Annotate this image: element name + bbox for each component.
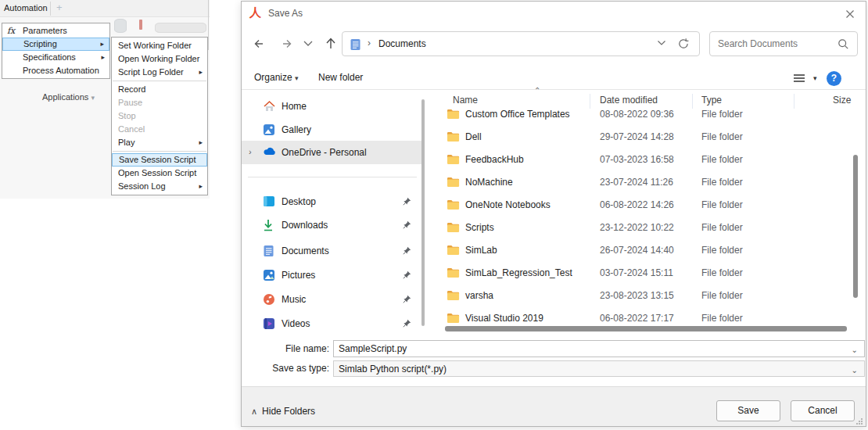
sidebar-item-home[interactable]: Home	[242, 95, 423, 118]
menu-item-open-session-script[interactable]: Open Session Script	[112, 167, 207, 180]
file-name-label: File name:	[242, 343, 329, 354]
menu-item-play[interactable]: Play ▸	[112, 136, 207, 149]
sidebar-item-desktop[interactable]: Desktop	[242, 190, 423, 213]
home-icon	[263, 100, 276, 113]
recent-locations-icon[interactable]	[303, 40, 318, 56]
refresh-icon[interactable]	[677, 38, 690, 50]
submenu-arrow-icon: ▸	[199, 66, 203, 79]
folder-icon	[447, 290, 460, 301]
add-tab-icon[interactable]: +	[56, 2, 63, 13]
submenu-arrow-icon: ▸	[199, 136, 203, 149]
view-mode-caret-icon[interactable]: ▾	[813, 74, 817, 82]
dialog-title: Save As	[268, 8, 303, 19]
menu-item-scripting[interactable]: Scripting ▸	[2, 38, 109, 51]
sidebar-item-pictures[interactable]: Pictures	[242, 263, 423, 287]
resize-grip[interactable]	[855, 417, 863, 425]
videos-icon	[263, 317, 275, 330]
folder-icon	[447, 245, 460, 256]
menu-item-session-log[interactable]: Session Log ▸	[112, 180, 207, 193]
tab-automation[interactable]: Automation	[4, 3, 48, 13]
save-as-dialog: 人 Save As › Documents	[241, 1, 866, 427]
menu-item-open-working-folder[interactable]: Open Working Folder	[112, 52, 207, 66]
sidebar-item-videos[interactable]: Videos	[242, 312, 423, 335]
menu-item-process-automation[interactable]: Process Automation	[2, 64, 109, 77]
downloads-icon	[263, 219, 274, 231]
dialog-toolbar: Organize ▾ New folder ▾ ?	[242, 67, 866, 90]
folder-icon	[447, 313, 460, 324]
chevron-up-icon: ∧	[251, 407, 257, 416]
menu-item-record[interactable]: Record	[112, 83, 207, 96]
chevron-down-icon[interactable]: ⌄	[852, 366, 858, 374]
address-bar[interactable]: › Documents	[342, 31, 700, 56]
pin-icon	[403, 220, 411, 229]
help-icon[interactable]: ?	[827, 71, 841, 86]
file-row[interactable]: Custom Office Templates08-08-2022 09:36F…	[429, 104, 855, 124]
documents-icon	[263, 245, 274, 257]
pin-icon	[403, 197, 411, 206]
folder-icon	[447, 154, 460, 165]
save-as-type-label: Save as type:	[242, 363, 329, 374]
ghost-red-marker-icon	[139, 20, 142, 30]
search-icon[interactable]	[838, 38, 849, 50]
new-folder-button[interactable]: New folder	[318, 72, 363, 83]
menu-item-cancel: Cancel	[112, 123, 207, 136]
forward-icon[interactable]	[278, 36, 293, 52]
breadcrumb[interactable]: Documents	[378, 38, 426, 49]
close-icon[interactable]	[844, 8, 856, 20]
scripting-submenu: Set Working Folder Open Working Folder S…	[111, 37, 208, 195]
menu-item-parameters[interactable]: fx Parameters	[2, 24, 109, 38]
tab-divider	[50, 2, 51, 16]
folder-icon	[447, 199, 460, 210]
sidebar-item-downloads[interactable]: Downloads	[242, 213, 423, 237]
search-input[interactable]	[718, 36, 831, 52]
sidebar-item-documents[interactable]: Documents	[242, 239, 423, 263]
file-row[interactable]: OneNote Notebooks06-08-2022 14:26File fo…	[429, 195, 855, 215]
sidebar-item-music[interactable]: Music	[242, 288, 423, 311]
address-dropdown-icon[interactable]	[657, 40, 666, 46]
up-icon[interactable]	[323, 36, 339, 52]
folder-icon	[447, 267, 460, 278]
pin-icon	[403, 271, 411, 279]
pin-icon	[403, 295, 411, 303]
hide-folders-button[interactable]: ∧Hide Folders	[251, 406, 315, 417]
vertical-scrollbar[interactable]	[853, 155, 858, 298]
folder-icon	[447, 222, 460, 233]
pictures-icon	[263, 269, 275, 281]
pin-icon	[403, 246, 411, 255]
menu-separator	[113, 151, 206, 152]
sidebar-scrollbar[interactable]	[421, 99, 425, 326]
submenu-arrow-icon: ▸	[100, 38, 104, 50]
chevron-down-icon[interactable]: ⌄	[852, 346, 858, 354]
menu-item-save-session-script[interactable]: Save Session Script	[112, 153, 207, 167]
save-as-type-select[interactable]: Simlab Python script(*.py) ⌄	[333, 360, 865, 377]
organize-button[interactable]: Organize ▾	[254, 72, 299, 83]
cancel-button[interactable]: Cancel	[791, 400, 855, 421]
ghost-database-icon	[114, 19, 127, 33]
horizontal-scrollbar[interactable]	[445, 326, 847, 331]
file-row[interactable]: Dell29-07-2024 14:28File folder	[429, 127, 855, 147]
submenu-arrow-icon: ▸	[199, 180, 203, 193]
menu-item-set-working-folder[interactable]: Set Working Folder	[112, 39, 207, 52]
back-icon[interactable]	[253, 36, 268, 52]
music-icon	[263, 293, 275, 306]
sort-ascending-icon: ⌃	[534, 86, 540, 95]
applications-dropdown[interactable]: Applications ▾	[42, 92, 95, 102]
sidebar-item-gallery[interactable]: Gallery	[242, 118, 423, 142]
simlab-logo-icon: 人	[249, 5, 261, 20]
file-row[interactable]: varsha23-08-2023 13:15File folder	[429, 285, 855, 306]
folder-icon	[447, 131, 460, 142]
menu-item-specifications[interactable]: Specifications ▸	[2, 51, 109, 64]
dialog-footer: ∧Hide Folders Save Cancel	[242, 386, 866, 427]
file-name-input[interactable]	[339, 342, 839, 355]
file-row[interactable]: Scripts23-12-2022 10:22File folder	[429, 217, 855, 238]
save-button[interactable]: Save	[716, 400, 780, 421]
view-mode-icon[interactable]	[793, 73, 805, 84]
file-row[interactable]: NoMachine23-07-2024 11:26File folder	[429, 172, 855, 192]
expand-chevron-icon[interactable]: ›	[249, 147, 252, 156]
file-row[interactable]: SimLab26-07-2024 14:40File folder	[429, 240, 855, 260]
file-row[interactable]: FeedbackHub07-03-2023 16:58File folder	[429, 149, 855, 170]
sidebar-item-onedrive[interactable]: › OneDrive - Personal	[242, 141, 423, 164]
file-row[interactable]: SimLab_Regression_Test03-07-2024 15:11Fi…	[429, 263, 855, 283]
screen: Automation + fx Parameters Scripting ▸ S…	[0, 0, 868, 430]
menu-item-script-log-folder[interactable]: Script Log Folder ▸	[112, 66, 207, 79]
